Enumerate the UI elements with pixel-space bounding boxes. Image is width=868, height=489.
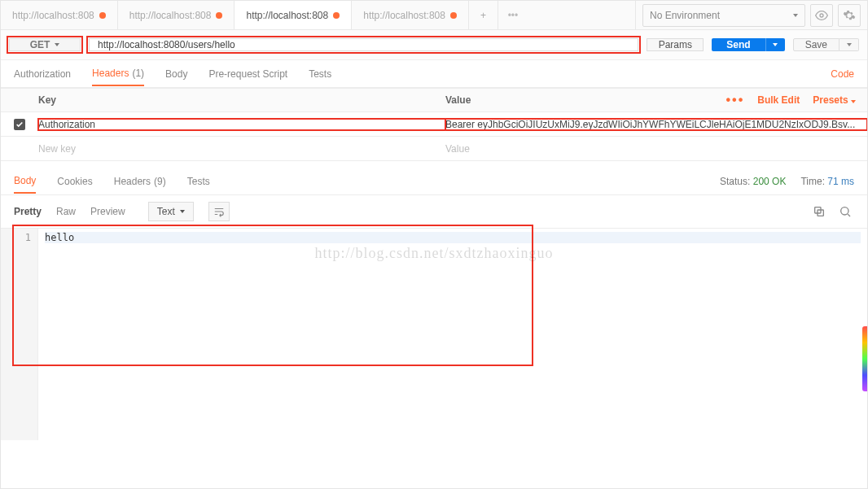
save-button[interactable]: Save xyxy=(793,38,840,51)
header-col-key: Key xyxy=(38,94,445,106)
svg-point-3 xyxy=(841,207,848,215)
header-value-input-new[interactable]: Value xyxy=(445,143,867,155)
resp-tab-tests[interactable]: Tests xyxy=(187,176,210,187)
view-pretty[interactable]: Pretty xyxy=(14,206,42,217)
tab-headers[interactable]: Headers (1) xyxy=(92,68,144,86)
check-icon xyxy=(15,120,24,129)
headers-count: (1) xyxy=(132,68,144,79)
header-value-input[interactable]: Bearer eyJhbGciOiJIUzUxMiJ9.eyJzdWIiOiJh… xyxy=(445,119,867,130)
response-meta: Status: 200 OK Time: 71 ms xyxy=(720,176,854,187)
resp-tab-headers[interactable]: Headers (9) xyxy=(114,176,166,187)
settings-button[interactable] xyxy=(838,4,861,27)
line-wrap-toggle[interactable] xyxy=(208,202,230,221)
resp-tab-cookies[interactable]: Cookies xyxy=(57,176,92,187)
response-body-editor: 1 hello xyxy=(1,229,867,440)
tab-label: http://localhost:808 xyxy=(363,10,445,21)
color-strip-icon xyxy=(862,326,867,391)
tab-label: http://localhost:808 xyxy=(246,10,328,21)
header-enabled-checkbox[interactable] xyxy=(14,119,25,130)
tab-label: http://localhost:808 xyxy=(12,10,94,21)
code-link[interactable]: Code xyxy=(831,68,854,80)
tab-overflow-button[interactable]: ••• xyxy=(498,1,528,29)
add-tab-button[interactable]: + xyxy=(469,1,498,29)
view-raw[interactable]: Raw xyxy=(56,206,76,217)
tab-request-0[interactable]: http://localhost:808 xyxy=(1,1,118,29)
response-content[interactable]: hello xyxy=(38,229,867,440)
tab-request-2[interactable]: http://localhost:808 xyxy=(235,1,352,29)
search-icon xyxy=(839,205,852,218)
request-tabs: http://localhost:808 http://localhost:80… xyxy=(1,1,635,29)
response-tabs: Body Cookies Headers (9) Tests Status: 2… xyxy=(1,168,867,195)
save-group: Save xyxy=(793,38,859,51)
tab-prerequest-script[interactable]: Pre-request Script xyxy=(208,68,287,80)
tab-headers-label: Headers xyxy=(92,68,129,79)
header-key-input-new[interactable]: New key xyxy=(38,143,445,155)
header-checkbox-cell xyxy=(1,119,38,130)
save-dropdown-button[interactable] xyxy=(840,38,859,51)
status-value: 200 OK xyxy=(753,176,787,187)
request-url-bar: GET http://localhost:8080/users/hello Pa… xyxy=(1,30,867,60)
svg-point-0 xyxy=(820,14,823,17)
method-select[interactable]: GET xyxy=(9,38,81,51)
header-row-new: New key Value xyxy=(1,137,867,161)
svg-line-4 xyxy=(848,214,850,216)
resp-headers-count: (9) xyxy=(154,176,166,187)
chevron-down-icon xyxy=(847,43,852,46)
dirty-dot-icon xyxy=(450,12,457,19)
headers-table-header: Key Value ••• Bulk Edit Presets xyxy=(1,88,867,112)
wrap-icon xyxy=(213,206,225,217)
environment-preview-button[interactable] xyxy=(810,4,833,27)
content-type-select[interactable]: Text xyxy=(148,202,194,221)
tab-request-1[interactable]: http://localhost:808 xyxy=(118,1,235,29)
chevron-down-icon xyxy=(793,14,798,17)
request-sub-tabs: Authorization Headers (1) Body Pre-reque… xyxy=(1,60,867,88)
copy-icon xyxy=(813,205,826,218)
eye-icon xyxy=(815,9,828,22)
top-tab-bar: http://localhost:808 http://localhost:80… xyxy=(1,1,867,30)
url-value: http://localhost:8080/users/hello xyxy=(98,39,235,50)
tab-tests[interactable]: Tests xyxy=(309,68,331,80)
bulk-edit-link[interactable]: Bulk Edit xyxy=(757,94,800,106)
url-input[interactable]: http://localhost:8080/users/hello xyxy=(89,38,638,51)
dirty-dot-icon xyxy=(99,12,106,19)
tab-label: http://localhost:808 xyxy=(129,10,212,21)
search-response-button[interactable] xyxy=(836,203,854,220)
header-col-value-label: Value xyxy=(445,94,471,106)
line-number: 1 xyxy=(1,232,31,243)
chevron-down-icon xyxy=(773,43,778,46)
method-label: GET xyxy=(30,39,50,50)
params-button[interactable]: Params xyxy=(647,38,704,51)
resp-headers-label: Headers xyxy=(114,176,151,187)
chevron-down-icon xyxy=(180,210,185,213)
time-display: Time: 71 ms xyxy=(800,176,854,187)
dirty-dot-icon xyxy=(216,12,222,19)
headers-more-button[interactable]: ••• xyxy=(726,93,744,107)
header-col-value: Value ••• Bulk Edit Presets xyxy=(445,93,867,107)
response-line: hello xyxy=(45,232,861,243)
dirty-dot-icon xyxy=(333,12,340,19)
gear-icon xyxy=(843,9,856,22)
environment-label: No Environment xyxy=(650,10,720,21)
send-dropdown-button[interactable] xyxy=(765,38,785,51)
chevron-down-icon xyxy=(851,100,856,103)
tab-authorization[interactable]: Authorization xyxy=(14,68,71,80)
view-preview[interactable]: Preview xyxy=(90,206,125,217)
toolbar-right xyxy=(810,203,854,220)
time-value: 71 ms xyxy=(827,176,854,187)
chevron-down-icon xyxy=(55,43,59,46)
header-row: Authorization Bearer eyJhbGciOiJIUzUxMiJ… xyxy=(1,112,867,137)
resp-tab-body[interactable]: Body xyxy=(14,175,36,194)
tab-body[interactable]: Body xyxy=(165,68,187,80)
line-gutter: 1 xyxy=(1,229,38,440)
status-display: Status: 200 OK xyxy=(720,176,786,187)
copy-response-button[interactable] xyxy=(810,203,828,220)
headers-actions: ••• Bulk Edit Presets xyxy=(726,93,867,107)
presets-dropdown[interactable]: Presets xyxy=(813,94,856,106)
header-key-input[interactable]: Authorization xyxy=(38,119,445,130)
environment-controls: No Environment xyxy=(635,1,867,29)
tab-request-3[interactable]: http://localhost:808 xyxy=(352,1,469,29)
send-button[interactable]: Send xyxy=(712,38,765,51)
environment-select[interactable]: No Environment xyxy=(642,4,805,27)
send-group: Send xyxy=(712,38,784,51)
content-type-label: Text xyxy=(157,206,175,217)
